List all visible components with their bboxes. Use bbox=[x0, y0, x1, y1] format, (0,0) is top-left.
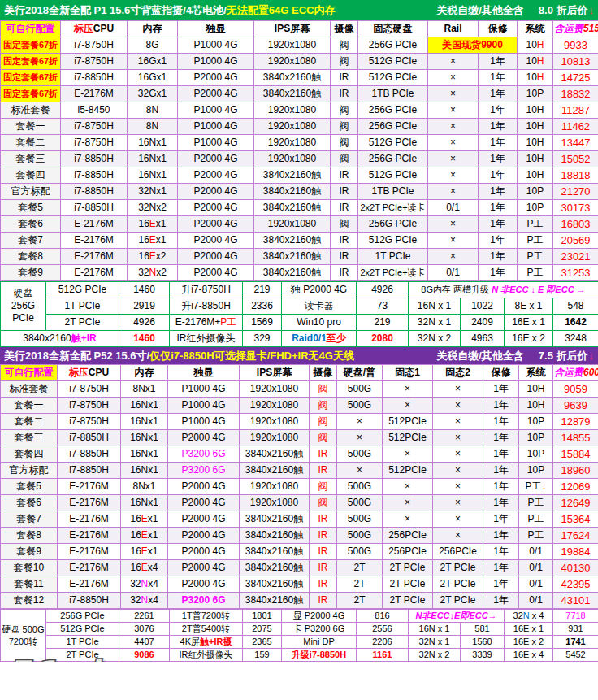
cell: 3840x2160触 bbox=[254, 86, 331, 102]
cell: 1642 bbox=[553, 315, 598, 331]
cell: N非ECC↓E即ECC→ bbox=[409, 610, 505, 623]
header-row: 可自行配置标压CPU内存独显IPS屏幕摄像固态硬盘Rail保修系统含运费515 bbox=[1, 21, 598, 37]
cell: 内存 bbox=[128, 21, 178, 37]
cell: 套餐一 bbox=[1, 398, 58, 414]
cell: i7-8750H bbox=[58, 381, 121, 398]
cell: 500G bbox=[337, 544, 383, 560]
cell: 2261 bbox=[119, 610, 170, 623]
cell: 硬盘/普 bbox=[337, 365, 383, 381]
config-row: 官方标配i7-8850H16Nx1P3200 6G3840x2160触IR×51… bbox=[1, 463, 598, 479]
cell: 1560 bbox=[461, 636, 505, 649]
cell: P2000 4G bbox=[178, 184, 254, 200]
cell: IR bbox=[331, 184, 358, 200]
cell: 16Nx1 bbox=[121, 398, 168, 414]
cell: IR bbox=[310, 463, 337, 479]
cell: 升级i7-8850H bbox=[282, 649, 357, 662]
cell: 32Nx1 bbox=[128, 184, 178, 200]
cell: × bbox=[383, 511, 433, 528]
cell: 3840x2160触 bbox=[240, 576, 310, 593]
cell: 43101 bbox=[553, 593, 598, 609]
cell: 73 bbox=[357, 298, 409, 315]
cell: 16Ex1 bbox=[121, 528, 168, 544]
cell: 1年 bbox=[483, 479, 519, 495]
cell: i7-8850H bbox=[61, 70, 128, 86]
cell: 2T PCIe bbox=[433, 576, 483, 593]
cell: 1年 bbox=[479, 249, 518, 265]
cell: 1年 bbox=[479, 200, 518, 216]
cell: 3840x2160触 bbox=[254, 265, 331, 281]
cell: 阀 bbox=[310, 414, 337, 430]
cell: 1920x1080 bbox=[254, 135, 331, 151]
cell: 套餐6 bbox=[1, 495, 58, 511]
cell: 2T PCIe bbox=[383, 560, 433, 576]
cell: 1年 bbox=[483, 446, 519, 463]
cell: P3200 6G bbox=[168, 593, 240, 609]
p1-table-header: 可自行配置标压CPU内存独显IPS屏幕摄像固态硬盘Rail保修系统含运费515 bbox=[1, 21, 598, 37]
cell: 7718 bbox=[553, 610, 598, 623]
cell: 0/1 bbox=[519, 593, 553, 609]
cell: 标准套餐 bbox=[1, 102, 61, 119]
cell: Rail bbox=[428, 21, 479, 37]
cell: P2000 4G bbox=[178, 233, 254, 249]
cell: 3840x2160触 bbox=[240, 544, 310, 560]
cell: 内存 bbox=[121, 365, 168, 381]
config-row: 套餐一i7-8750H8NP1000 4G1920x1080阀256G PCIe… bbox=[1, 119, 598, 135]
cell: P工 bbox=[519, 495, 553, 511]
cell: 256PCIe bbox=[433, 544, 483, 560]
cell: P工 bbox=[519, 511, 553, 528]
cell: 固定套餐67折 bbox=[1, 54, 61, 70]
cell: 219 bbox=[243, 282, 282, 298]
cell: 1年 bbox=[479, 265, 518, 281]
cell: 摄像 bbox=[331, 21, 358, 37]
cell: IR红外摄像头 bbox=[170, 331, 243, 347]
cell: 16E x 4 bbox=[505, 649, 553, 662]
cell: × bbox=[433, 495, 483, 511]
cell: 1TB PCIe bbox=[358, 86, 428, 102]
cell: 1年 bbox=[479, 135, 518, 151]
cell: 23021 bbox=[553, 249, 598, 265]
cell: 11462 bbox=[553, 119, 598, 135]
cell: 阀 bbox=[310, 381, 337, 398]
cell: × bbox=[383, 479, 433, 495]
cell: 阀 bbox=[310, 430, 337, 446]
cell: 16N x 1 bbox=[409, 298, 461, 315]
cell: 10P bbox=[518, 86, 553, 102]
config-row: 套餐四i7-8850H16Nx1P2000 4G3840x2160触IR512G… bbox=[1, 167, 598, 184]
cell: × bbox=[428, 216, 479, 233]
cell: 500G bbox=[337, 381, 383, 398]
cell: 读卡器 bbox=[282, 298, 357, 315]
cell: 931 bbox=[553, 623, 598, 636]
cell: E-2176M bbox=[58, 560, 121, 576]
cell: 256G PCIe bbox=[358, 102, 428, 119]
cell: IR bbox=[310, 446, 337, 463]
cell: 套餐6 bbox=[1, 216, 61, 233]
cell: 阀 bbox=[331, 119, 358, 135]
table2-title-bar: 美行2018全新全配 P52 15.6寸/ 仅仅i7-8850H可选择显卡/FH… bbox=[0, 347, 598, 364]
cell: 1920x1080 bbox=[240, 381, 310, 398]
cell: 548 bbox=[553, 298, 598, 315]
down-arrow-icon: ↓ bbox=[589, 350, 595, 362]
table1-title-bar: 美行2018全新全配 P1 15.6寸背蓝指摄/4芯电池/ 无法配置64G EC… bbox=[0, 0, 598, 20]
cell: P2000 4G bbox=[178, 265, 254, 281]
cell: 10H bbox=[518, 37, 553, 54]
cell: 512G PCIe bbox=[46, 623, 119, 636]
p1-upgrade-table-body: 硬盘 256G PCIe512G PCIe1460升i7-8750H219独 P… bbox=[1, 282, 598, 347]
cell: 套餐8 bbox=[1, 528, 58, 544]
cell: 套餐四 bbox=[1, 167, 61, 184]
cell: 16Nx1 bbox=[128, 151, 178, 167]
cell: 512G PCIe bbox=[46, 282, 119, 298]
cell: 2T bbox=[337, 593, 383, 609]
cell: 套餐7 bbox=[1, 511, 58, 528]
cell: 套餐8 bbox=[1, 249, 61, 265]
cell: 30173 bbox=[553, 200, 598, 216]
cell: × bbox=[337, 430, 383, 446]
cell: 21270 bbox=[553, 184, 598, 200]
config-row: 套餐二i7-8750H16Nx1P1000 4G1920x1080阀512G P… bbox=[1, 135, 598, 151]
cell: P2000 4G bbox=[178, 70, 254, 86]
cell: 816 bbox=[357, 610, 409, 623]
cell: 2T PCIe bbox=[383, 576, 433, 593]
cell: 1920x1080 bbox=[240, 479, 310, 495]
cell: 含运费600 bbox=[553, 365, 598, 381]
cell: P2000 4G bbox=[168, 495, 240, 511]
cell: 500G bbox=[337, 511, 383, 528]
